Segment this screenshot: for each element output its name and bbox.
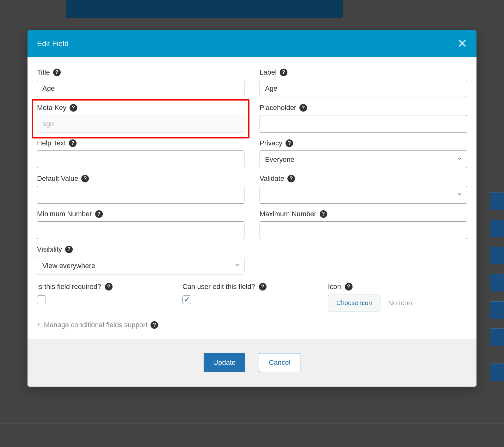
field-default-value: Default Value ?	[37, 175, 244, 204]
default-value-label-text: Default Value	[37, 175, 78, 183]
validate-label-text: Validate	[260, 175, 284, 183]
visibility-select-wrapper: View everywhere	[37, 257, 244, 274]
conditional-fields-toggle[interactable]: + Manage conditional fields support ?	[37, 321, 467, 329]
field-maximum-number: Maximum Number ?	[260, 210, 467, 239]
modal-title: Edit Field	[37, 39, 69, 48]
help-icon[interactable]: ?	[299, 104, 307, 112]
field-help-text: Help Text ?	[37, 139, 244, 168]
plus-icon: +	[37, 321, 41, 329]
editable-label: Can user edit this field? ?	[182, 283, 322, 291]
help-icon[interactable]: ?	[280, 69, 287, 76]
default-value-input[interactable]	[37, 186, 244, 204]
help-text-input[interactable]	[37, 150, 244, 168]
modal-footer: Update Cancel	[28, 339, 476, 387]
help-icon[interactable]: ?	[95, 210, 103, 218]
field-title: Title ?	[37, 68, 244, 97]
minimum-number-label-text: Minimum Number	[37, 210, 92, 218]
maximum-number-label-text: Maximum Number	[260, 210, 317, 218]
help-icon[interactable]: ?	[345, 283, 353, 291]
field-privacy: Privacy ? Everyone	[260, 139, 467, 168]
modal-body: Title ? Label ?	[28, 57, 476, 339]
label-label-text: Label	[260, 68, 277, 77]
placeholder-label: Placeholder ?	[260, 104, 467, 112]
help-icon[interactable]: ?	[287, 175, 295, 182]
field-minimum-number: Minimum Number ?	[37, 210, 244, 239]
required-checkbox[interactable]	[37, 295, 46, 304]
help-icon[interactable]: ?	[105, 283, 113, 291]
field-placeholder: Placeholder ?	[260, 104, 467, 133]
editable-label-text: Can user edit this field?	[182, 283, 255, 291]
privacy-label-text: Privacy	[260, 139, 282, 147]
icon-label: Icon ?	[328, 283, 467, 291]
cancel-button[interactable]: Cancel	[259, 353, 300, 372]
field-icon: Icon ? Choose Icon No Icon	[328, 283, 467, 311]
maximum-number-label: Maximum Number ?	[260, 210, 467, 218]
modal-header: Edit Field ✕	[28, 30, 476, 57]
minimum-number-input[interactable]	[37, 221, 244, 239]
help-icon[interactable]: ?	[259, 283, 267, 291]
label-label: Label ?	[260, 68, 467, 77]
visibility-row: Visibility ? View everywhere	[37, 245, 467, 274]
update-button[interactable]: Update	[204, 353, 245, 372]
minimum-number-label: Minimum Number ?	[37, 210, 244, 218]
privacy-label: Privacy ?	[260, 139, 467, 147]
close-icon[interactable]: ✕	[458, 38, 467, 49]
help-icon[interactable]: ?	[151, 321, 158, 329]
help-icon[interactable]: ?	[65, 246, 73, 253]
placeholder-label-text: Placeholder	[260, 104, 296, 112]
help-icon[interactable]: ?	[53, 69, 61, 76]
label-input[interactable]	[260, 80, 467, 97]
edit-field-modal: Edit Field ✕ Title ? Label	[28, 30, 476, 387]
privacy-select[interactable]: Everyone	[260, 150, 467, 168]
conditional-label: Manage conditional fields support	[44, 321, 148, 329]
required-label: Is this field required? ?	[37, 283, 176, 291]
form-grid: Title ? Label ?	[37, 68, 467, 239]
privacy-select-wrapper: Everyone	[260, 150, 467, 168]
help-icon[interactable]: ?	[81, 175, 89, 182]
icon-label-text: Icon	[328, 283, 341, 291]
validate-label: Validate ?	[260, 175, 467, 183]
required-label-text: Is this field required?	[37, 283, 101, 291]
checkbox-row: Is this field required? ? Can user edit …	[37, 283, 467, 311]
visibility-label-text: Visibility	[37, 245, 62, 254]
maximum-number-input[interactable]	[260, 221, 467, 239]
choose-icon-button[interactable]: Choose Icon	[328, 295, 380, 311]
help-icon[interactable]: ?	[69, 139, 77, 147]
empty-cell	[260, 245, 467, 274]
field-label: Label ?	[260, 68, 467, 97]
validate-select[interactable]	[260, 186, 467, 204]
meta-key-label-text: Meta Key	[37, 104, 66, 112]
visibility-label: Visibility ?	[37, 245, 244, 254]
field-editable: Can user edit this field? ?	[182, 283, 322, 311]
field-meta-key: Meta Key ?	[37, 104, 244, 133]
help-text-label: Help Text ?	[37, 139, 244, 147]
meta-key-highlight: Meta Key ?	[32, 99, 249, 138]
title-input[interactable]	[37, 80, 244, 97]
help-text-label-text: Help Text	[37, 139, 66, 147]
default-value-label: Default Value ?	[37, 175, 244, 183]
editable-checkbox[interactable]	[182, 295, 191, 304]
title-label: Title ?	[37, 68, 244, 77]
title-label-text: Title	[37, 68, 50, 77]
visibility-select[interactable]: View everywhere	[37, 257, 244, 274]
field-required: Is this field required? ?	[37, 283, 176, 311]
icon-controls: Choose Icon No Icon	[328, 295, 467, 311]
validate-select-wrapper	[260, 186, 467, 204]
help-icon[interactable]: ?	[320, 210, 327, 218]
help-icon[interactable]: ?	[70, 104, 77, 112]
meta-key-input[interactable]	[37, 115, 244, 133]
no-icon-text: No Icon	[388, 299, 412, 307]
modal-overlay: Edit Field ✕ Title ? Label	[0, 0, 504, 447]
meta-key-label: Meta Key ?	[37, 104, 244, 112]
field-validate: Validate ?	[260, 175, 467, 204]
field-visibility: Visibility ? View everywhere	[37, 245, 244, 274]
placeholder-input[interactable]	[260, 115, 467, 133]
help-icon[interactable]: ?	[286, 139, 293, 147]
